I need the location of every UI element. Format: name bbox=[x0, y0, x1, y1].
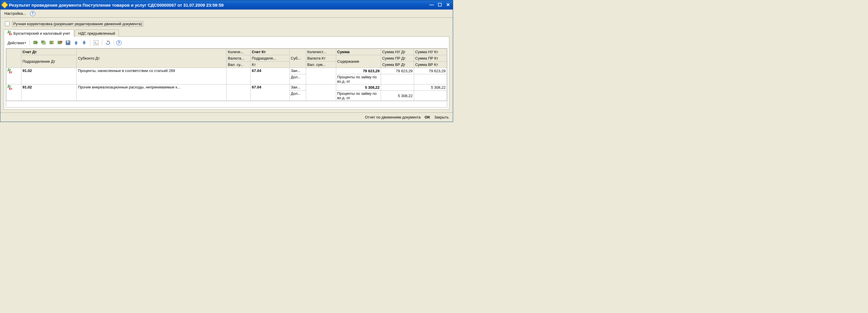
col-nu-dt[interactable]: Сумма НУ Дт bbox=[381, 49, 414, 55]
cell-sub-kt: Заи... bbox=[290, 84, 306, 91]
svg-rect-4 bbox=[42, 42, 45, 44]
cell-subconto: Проценты, начисленные в соответствии со … bbox=[77, 68, 226, 84]
delete-row-icon[interactable] bbox=[56, 40, 63, 46]
svg-text:н: н bbox=[96, 42, 97, 45]
tab-vat[interactable]: НДС предъявленный bbox=[75, 30, 119, 37]
col-sub-kt[interactable]: Суб... bbox=[290, 49, 306, 68]
col-qty-kt[interactable]: Количест... bbox=[306, 49, 336, 55]
separator bbox=[90, 40, 90, 46]
col-kt[interactable]: Кт bbox=[251, 62, 290, 68]
col-qty-dt[interactable]: Количе... bbox=[226, 49, 251, 55]
cell-nu-kt: 5 308,22 bbox=[414, 84, 447, 91]
manual-edit-row: Ручная корректировка (разрешает редактир… bbox=[4, 21, 450, 27]
maximize-button[interactable]: ☐ bbox=[437, 2, 443, 8]
cell-acct-kt: 67.04 bbox=[251, 68, 290, 84]
grid-toolbar: Действия▾ Σн ? bbox=[6, 38, 447, 48]
col-icon bbox=[6, 49, 22, 68]
manual-edit-checkbox[interactable] bbox=[5, 22, 9, 26]
col-desc[interactable]: Содержание bbox=[336, 55, 381, 68]
actions-button[interactable]: Действия▾ bbox=[6, 40, 27, 46]
report-button[interactable]: Отчет по движениям документа bbox=[365, 115, 421, 119]
col-valsum-kt[interactable]: Вал. сум... bbox=[306, 62, 336, 68]
cell-acct-kt: 67.04 bbox=[251, 84, 290, 101]
cell-nu-dt bbox=[381, 84, 414, 91]
help-icon[interactable]: ? bbox=[30, 11, 35, 16]
help-icon[interactable]: ? bbox=[116, 40, 122, 45]
col-subconto-dt[interactable]: Субконто Дт bbox=[77, 49, 226, 68]
col-pr-dt[interactable]: Сумма ПР Дт bbox=[381, 55, 414, 62]
statusbar: Отчет по движениям документа OK Закрыть bbox=[0, 112, 453, 122]
grid-footer bbox=[6, 101, 447, 107]
svg-rect-11 bbox=[68, 41, 69, 42]
app-icon bbox=[1, 1, 8, 8]
grid-container: Счет Дт Субконто Дт Количе... Счет Кт Су… bbox=[6, 48, 447, 107]
cell-sub-kt: Дол... bbox=[290, 74, 306, 84]
separator bbox=[114, 40, 114, 46]
col-acct-kt[interactable]: Счет Кт bbox=[251, 49, 290, 55]
cell-acct-dt: 91.02 bbox=[21, 68, 77, 84]
cell-sub-kt: Дол... bbox=[290, 91, 306, 101]
add-row-icon[interactable] bbox=[32, 40, 39, 46]
menu-settings[interactable]: Настройка... bbox=[3, 11, 28, 16]
separator bbox=[102, 40, 102, 46]
move-up-icon[interactable] bbox=[73, 40, 80, 46]
tab-accounting-label: Бухгалтерский и налоговый учет bbox=[13, 31, 70, 36]
col-val-kt[interactable]: Валюта Кт bbox=[306, 55, 336, 62]
chevron-down-icon: ▾ bbox=[25, 41, 26, 44]
dtkt-icon: Дт Кт bbox=[7, 69, 20, 74]
cell-desc: Проценты по займу по вх.д. от bbox=[336, 91, 381, 101]
copy-row-icon[interactable] bbox=[40, 40, 47, 46]
cell-sum: 5 308,22 bbox=[336, 84, 381, 91]
col-division-dt[interactable]: Подразделение Дт bbox=[21, 55, 77, 68]
cell-nu-kt bbox=[414, 91, 447, 101]
minimize-button[interactable]: — bbox=[429, 2, 435, 8]
ok-button[interactable]: OK bbox=[425, 115, 430, 119]
col-val-dt[interactable]: Валюта... bbox=[226, 55, 251, 62]
cell-nu-kt bbox=[414, 74, 447, 84]
col-division-kt[interactable]: Подразделе... bbox=[251, 55, 290, 62]
tab-panel: Действия▾ Σн ? bbox=[4, 36, 450, 109]
table-row[interactable]: Дт Кт 91.02 Проценты, начисленные в соот… bbox=[6, 68, 447, 74]
cell-nu-dt: 79 623,29 bbox=[381, 68, 414, 74]
dtkt-icon: Дт Кт bbox=[7, 31, 12, 36]
cell-nu-dt bbox=[381, 74, 414, 84]
edit-row-icon[interactable] bbox=[48, 40, 55, 46]
entries-table[interactable]: Счет Дт Субконто Дт Количе... Счет Кт Су… bbox=[6, 48, 447, 101]
cell-nu-dt: 5 308,22 bbox=[381, 91, 414, 101]
sum-icon[interactable]: Σн bbox=[93, 40, 99, 46]
col-nu-kt[interactable]: Сумма НУ Кт bbox=[414, 49, 447, 55]
window: Результат проведения документа Поступлен… bbox=[0, 0, 453, 122]
refresh-icon[interactable] bbox=[104, 40, 112, 46]
col-pr-kt[interactable]: Сумма ПР Кт bbox=[414, 55, 447, 62]
col-sum[interactable]: Сумма bbox=[336, 49, 381, 55]
col-vr-dt[interactable]: Сумма ВР Дт bbox=[381, 62, 414, 68]
cell-nu-kt: 79 623,29 bbox=[414, 68, 447, 74]
cell-acct-dt: 91.02 bbox=[21, 84, 77, 101]
close-button-footer[interactable]: Закрыть bbox=[434, 115, 449, 119]
client-area: Ручная корректировка (разрешает редактир… bbox=[0, 18, 453, 109]
cell-subconto: Прочие внереализационные расходы, неприн… bbox=[77, 84, 226, 101]
save-icon[interactable] bbox=[64, 40, 71, 46]
tabs: Дт Кт Бухгалтерский и налоговый учет НДС… bbox=[4, 30, 450, 37]
window-title: Результат проведения документа Поступлен… bbox=[9, 3, 429, 7]
close-button[interactable]: ✕ bbox=[445, 2, 451, 8]
tab-vat-label: НДС предъявленный bbox=[79, 31, 115, 36]
manual-edit-label: Ручная корректировка (разрешает редактир… bbox=[12, 21, 143, 27]
dtkt-icon: Дт Кт bbox=[7, 85, 20, 90]
cell-sub-kt: Заи... bbox=[290, 68, 306, 74]
titlebar: Результат проведения документа Поступлен… bbox=[0, 0, 453, 9]
col-acct-dt[interactable]: Счет Дт bbox=[21, 49, 77, 55]
col-valsum-dt[interactable]: Вал. су... bbox=[226, 62, 251, 68]
header-row: Подразделение Дт Валюта... Подразделе...… bbox=[6, 55, 447, 62]
table-row[interactable]: Дт Кт 91.02 Прочие внереализационные рас… bbox=[6, 84, 447, 91]
cell-sum: 79 623,29 bbox=[336, 68, 381, 74]
tab-accounting[interactable]: Дт Кт Бухгалтерский и налоговый учет bbox=[4, 30, 74, 37]
menubar: Настройка... ? bbox=[0, 9, 453, 18]
col-vr-kt[interactable]: Сумма ВР Кт bbox=[414, 62, 447, 68]
move-down-icon[interactable] bbox=[81, 40, 88, 46]
header-row: Счет Дт Субконто Дт Количе... Счет Кт Су… bbox=[6, 49, 447, 55]
cell-desc: Проценты по займу по вх.д. от bbox=[336, 74, 381, 84]
